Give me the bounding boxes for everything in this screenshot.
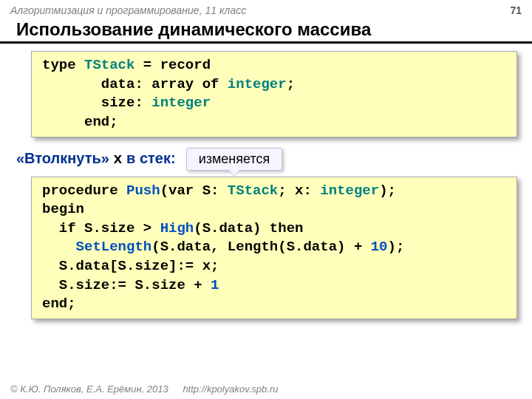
code-block-type: type TStack = record data: array of inte… [31,51,517,137]
push-subheading: «Втолкнуть» x в стек: [16,150,176,168]
page-title: Использование динамического массива [0,18,532,44]
callout-bubble: изменяется [186,148,283,171]
copyright: © К.Ю. Поляков, Е.А. Ерёмин, 2013 [10,383,168,395]
footer: © К.Ю. Поляков, Е.А. Ерёмин, 2013 http:/… [10,383,278,395]
subheading-row: «Втолкнуть» x в стек: изменяется [16,148,532,171]
page-number: 71 [510,4,522,16]
code-block-procedure: procedure Push(var S: TStack; x: integer… [31,177,517,319]
footer-url: http://kpolyakov.spb.ru [183,383,278,395]
course-label: Алгоритмизация и программирование, 11 кл… [10,4,246,16]
top-bar: Алгоритмизация и программирование, 11 кл… [0,0,532,18]
